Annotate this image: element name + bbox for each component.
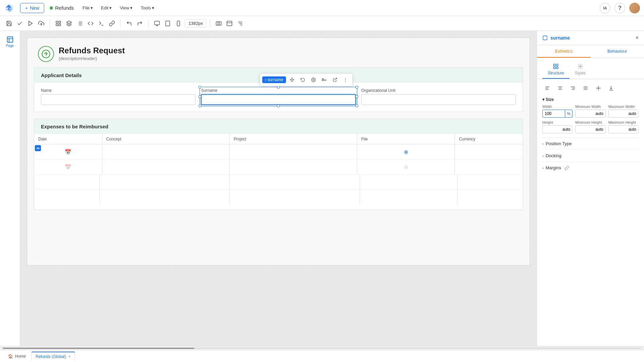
tab-esthetics[interactable]: Esthetics: [537, 45, 591, 58]
align-bottom-button[interactable]: [606, 83, 616, 93]
panel-header: surname ×: [537, 31, 644, 45]
subtab-structure[interactable]: Structure: [542, 61, 570, 79]
handle-br[interactable]: [356, 105, 358, 107]
handle-mr[interactable]: [356, 95, 358, 98]
org-unit-input[interactable]: [361, 94, 516, 105]
undo-button[interactable]: [124, 18, 134, 28]
svg-rect-39: [556, 67, 558, 69]
expenses-section-header: Expenses to be Reimbursed: [34, 119, 523, 134]
align-right-button[interactable]: [568, 83, 578, 93]
svg-rect-37: [556, 64, 558, 66]
float-move-icon[interactable]: [287, 75, 297, 84]
save-button[interactable]: [4, 18, 14, 28]
layers-button[interactable]: [64, 18, 74, 28]
calendar-icon[interactable]: 📅: [65, 149, 71, 155]
surname-input[interactable]: [201, 94, 356, 105]
close-panel-button[interactable]: ×: [636, 35, 639, 41]
org-unit-label: Organizational Unit: [361, 88, 516, 93]
canvas-area[interactable]: Refunds Request {descriptionHeader} Appl…: [20, 31, 537, 346]
cell-currency-1[interactable]: [455, 144, 523, 159]
play-button[interactable]: [25, 18, 36, 28]
float-connect-icon[interactable]: [330, 75, 339, 84]
left-sidebar: Page: [0, 31, 20, 346]
align-center-button[interactable]: [555, 83, 565, 93]
styles-icon: [577, 63, 583, 69]
desktop-view-button[interactable]: [152, 18, 162, 28]
handle-bl[interactable]: [199, 105, 201, 107]
add-circle-icon[interactable]: ⊕: [404, 149, 408, 155]
cell-currency-2[interactable]: [455, 160, 523, 174]
docking-toggle[interactable]: › Docking: [542, 153, 639, 158]
max-height-input[interactable]: [609, 126, 638, 133]
position-type-toggle[interactable]: › Position Type: [542, 141, 639, 146]
cell-project-2[interactable]: [230, 160, 357, 174]
nav-view[interactable]: View ▾: [116, 3, 136, 12]
svg-point-33: [313, 79, 314, 80]
cell-date-2[interactable]: 📅: [34, 160, 102, 174]
add-circle-icon-2[interactable]: ⊕: [404, 164, 408, 170]
tab-refunds[interactable]: Refunds (Global) ✕: [31, 352, 75, 361]
link-button[interactable]: [107, 18, 117, 28]
subtab-styles[interactable]: Styles: [570, 61, 591, 79]
mobile-view-button[interactable]: [173, 18, 183, 28]
home-icon: 🏠: [8, 354, 13, 359]
chevron-down-icon: ▾: [91, 5, 93, 10]
cell-concept-1[interactable]: [102, 144, 230, 159]
main-toolbar: 1382px: [0, 16, 644, 31]
chevron-right-icon: ›: [542, 166, 544, 170]
handle-bc[interactable]: [277, 105, 280, 107]
code-button[interactable]: [86, 18, 96, 28]
user-initials-button[interactable]: IA: [600, 3, 610, 13]
float-settings-icon[interactable]: [309, 75, 318, 84]
app-logo[interactable]: [4, 3, 15, 13]
check-button[interactable]: [15, 18, 25, 28]
cell-project-1[interactable]: [230, 144, 357, 159]
nav-file[interactable]: File ▾: [79, 3, 96, 12]
sidebar-item-page[interactable]: Page: [3, 35, 17, 48]
window-button[interactable]: [224, 18, 234, 28]
redo-button[interactable]: [135, 18, 145, 28]
cell-file-2[interactable]: ⊕: [357, 160, 455, 174]
height-input[interactable]: [543, 126, 572, 133]
min-width-input[interactable]: [576, 110, 605, 117]
horizontal-scrollbar[interactable]: [0, 346, 644, 350]
data-button[interactable]: [75, 18, 85, 28]
handle-tr[interactable]: [356, 86, 358, 88]
float-more-icon[interactable]: ⋮: [341, 75, 350, 84]
align-left-button[interactable]: [542, 83, 552, 93]
tab-behaviour[interactable]: Behaviour: [591, 45, 644, 58]
align-justify-button[interactable]: [581, 83, 591, 93]
cell-concept-2[interactable]: [102, 160, 230, 174]
html-button[interactable]: [96, 18, 106, 28]
float-rx-icon[interactable]: R∞: [319, 75, 329, 84]
nav-tools[interactable]: Tools ▾: [137, 3, 157, 12]
publish-button[interactable]: [36, 18, 46, 28]
status-dot: [50, 6, 53, 10]
plus-icon: +: [25, 5, 28, 11]
tablet-view-button[interactable]: [163, 18, 173, 28]
scrollbar-thumb[interactable]: [3, 348, 194, 349]
svg-marker-6: [67, 21, 72, 23]
cell-file-1[interactable]: ⊕: [357, 144, 455, 159]
tab-home[interactable]: 🏠 Home: [4, 352, 30, 361]
help-button[interactable]: ?: [614, 3, 625, 13]
name-input[interactable]: [41, 94, 196, 105]
float-rotate-icon[interactable]: [298, 75, 307, 84]
width-input[interactable]: [543, 110, 565, 117]
margins-toggle[interactable]: › Margins: [542, 165, 639, 170]
components-button[interactable]: [53, 18, 63, 28]
cell-date-1[interactable]: Js 📅: [34, 144, 102, 159]
align-cross-button[interactable]: [593, 83, 603, 93]
avatar[interactable]: [629, 3, 640, 13]
nav-edit[interactable]: Edit ▾: [98, 3, 115, 12]
element-tag[interactable]: ‹ surname: [262, 76, 286, 83]
calendar-icon-2[interactable]: 📅: [65, 164, 71, 170]
app-name: Refunds: [50, 5, 74, 11]
table-row: 📅 ⊕: [34, 160, 523, 175]
min-height-input[interactable]: [576, 126, 605, 133]
settings-button[interactable]: [235, 18, 245, 28]
max-width-input[interactable]: [609, 110, 638, 117]
close-tab-button[interactable]: ✕: [68, 355, 71, 358]
new-button[interactable]: + New: [20, 3, 44, 13]
responsive-button[interactable]: [214, 18, 224, 28]
